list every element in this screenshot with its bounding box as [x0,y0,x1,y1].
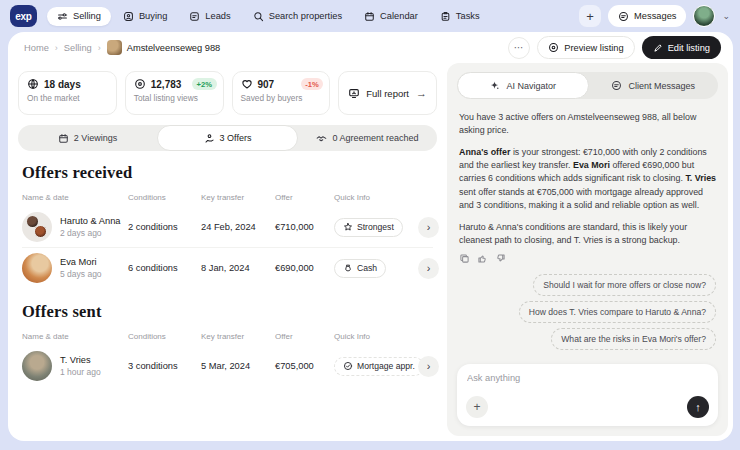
user-avatar[interactable] [693,5,715,27]
tab-label: 3 Offers [220,133,252,143]
stat-value: 12,783 [151,79,182,90]
full-report-label: Full report [366,88,409,99]
breadcrumb-separator: › [98,43,101,53]
suggested-question-chip[interactable]: How does T. Vries compare to Haruto & An… [519,301,716,323]
views-icon [134,78,146,90]
nav-tab-tasks[interactable]: Tasks [430,7,490,26]
nav-tab-label: Tasks [456,11,480,21]
top-navbar: exp Selling Buying Leads Search properti… [0,0,740,32]
chat-bubble-icon [618,11,629,22]
stat-listing-views[interactable]: 12,783 Total listing views +2% [125,71,224,115]
exp-logo: exp [10,5,37,27]
col-name-date: Name & date [22,332,128,341]
suggested-question-chip[interactable]: What are the risks in Eva Mori's offer? [551,328,716,350]
offer-amount: €690,000 [275,263,334,273]
full-report-button[interactable]: Full report → [338,71,437,115]
offers-received-title: Offers received [22,163,433,183]
breadcrumb-separator: › [55,43,58,53]
more-options-button[interactable]: ⋯ [508,37,530,59]
messages-button[interactable]: Messages [608,5,686,27]
nav-tabs: Selling Buying Leads Search properties C… [47,7,490,26]
nav-tab-selling[interactable]: Selling [47,7,111,26]
tab-label: 2 Viewings [74,133,117,143]
preview-listing-button[interactable]: Preview listing [537,36,634,59]
nav-tab-calendar[interactable]: Calendar [354,7,428,26]
clipboard-icon [440,11,451,22]
stat-label: Total listing views [134,93,215,103]
navbar-right: + Messages ⌄ [579,5,730,27]
attach-button[interactable]: + [466,396,488,418]
stat-saved-by-buyers[interactable]: 907 Saved by buyers -1% [232,71,331,115]
tab-viewings[interactable]: 2 Viewings [18,125,157,151]
row-chevron-button[interactable]: › [418,356,439,377]
chat-bubble-icon [611,80,622,91]
nav-tab-label: Search properties [269,11,342,21]
nav-tab-search-properties[interactable]: Search properties [243,7,352,26]
send-button[interactable]: ↑ [687,396,709,418]
edit-listing-button[interactable]: Edit listing [642,36,721,59]
offer-row-t-vries[interactable]: T. Vries 1 hour ago 3 conditions 5 Mar, … [22,346,433,386]
nav-tab-buying[interactable]: Buying [113,7,177,26]
thumbs-up-icon[interactable] [477,253,488,264]
nav-tab-leads[interactable]: Leads [179,7,240,26]
tab-offers[interactable]: 3 Offers [157,125,298,151]
add-button[interactable]: + [579,5,601,27]
suggested-question-chip[interactable]: Should I wait for more offers or close n… [533,274,716,296]
quick-info-badge: Cash [334,259,386,278]
content-area: 18 days On the market 12,783 Total listi… [8,63,733,441]
handshake-icon [316,133,327,144]
chat-square-icon [189,11,200,22]
col-offer: Offer [275,193,334,202]
stat-days-on-market[interactable]: 18 days On the market [18,71,117,115]
star-icon [343,222,353,232]
ai-panel-tabs: AI Navigator Client Messages [457,72,718,99]
tab-client-messages[interactable]: Client Messages [589,72,719,99]
offers-section: 18 days On the market 12,783 Total listi… [8,63,447,441]
breadcrumb-home[interactable]: Home [24,43,49,53]
globe-icon [27,78,39,90]
offer-key-transfer: 5 Mar, 2024 [201,361,275,371]
avatar-eva-mori [22,253,52,283]
quick-info-label: Mortgage appr. [357,361,415,371]
row-chevron-button[interactable]: › [418,217,439,238]
col-conditions: Conditions [128,193,201,202]
eye-icon [548,42,559,53]
offer-key-transfer: 8 Jan, 2024 [201,263,275,273]
tab-agreement-reached[interactable]: 0 Agreement reached [298,125,437,151]
offer-date: 2 days ago [60,228,120,238]
copy-icon[interactable] [459,253,470,264]
row-chevron-button[interactable]: › [418,258,439,279]
stat-label: On the market [27,93,108,103]
offer-hand-icon [204,133,215,144]
pencil-icon [653,43,663,53]
stats-row: 18 days On the market 12,783 Total listi… [16,69,439,117]
nav-tab-label: Buying [139,11,167,21]
ask-anything-input[interactable] [467,373,708,395]
messages-label: Messages [634,11,676,21]
offer-name: T. Vries [60,355,101,365]
table-header-row: Name & date Conditions Key transfer Offe… [22,328,433,346]
tab-label: Client Messages [628,81,695,91]
avatar-haruto-anna [22,212,52,242]
sparkle-icon [489,80,500,91]
offer-key-transfer: 24 Feb, 2024 [201,222,275,232]
table-header-row: Name & date Conditions Key transfer Offe… [22,189,433,207]
offers-received-table: Name & date Conditions Key transfer Offe… [16,189,439,288]
col-quick-info: Quick Info [334,193,418,202]
offer-row-eva-mori[interactable]: Eva Mori 5 days ago 6 conditions 8 Jan, … [22,248,433,288]
avatar-t-vries [22,351,52,381]
breadcrumb-selling[interactable]: Selling [64,43,92,53]
heart-icon [241,78,253,90]
edit-listing-label: Edit listing [668,43,710,53]
ai-panel: AI Navigator Client Messages You have 3 … [447,63,728,436]
quick-info-badge: Strongest [334,218,403,237]
tab-ai-navigator[interactable]: AI Navigator [457,72,589,99]
chevron-down-icon[interactable]: ⌄ [722,11,730,21]
calendar-icon [58,133,69,144]
offer-row-haruto-anna[interactable]: Haruto & Anna 2 days ago 2 conditions 24… [22,207,433,248]
nav-tab-label: Leads [205,11,230,21]
thumbs-down-icon[interactable] [495,253,506,264]
col-key-transfer: Key transfer [201,193,275,202]
nav-tab-label: Calendar [380,11,418,21]
offer-date: 5 days ago [60,269,102,279]
